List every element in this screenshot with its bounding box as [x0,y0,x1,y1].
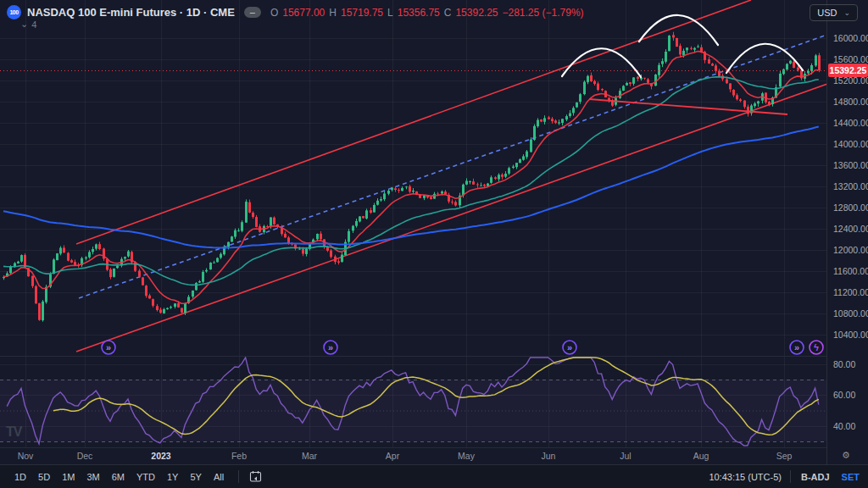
change-value: −281.25 (−1.79%) [503,7,584,19]
price-axis-label: 14400.00 [833,118,868,128]
price-axis-label: 14800.00 [833,97,868,107]
price-axis-label: 10400.00 [833,330,868,340]
price-chart-canvas[interactable]: »»»»ϟ [0,0,826,464]
lower-channel-trendline [76,69,826,352]
rsi-pane [0,358,826,446]
range-button-3m[interactable]: 3M [81,470,105,484]
price-axis-label: 14000.00 [833,139,868,149]
svg-text:»: » [794,342,799,352]
contract-rollover-icon[interactable]: » [790,341,804,354]
price-axis-label: 12400.00 [833,224,868,234]
svg-text:»: » [328,342,333,352]
go-to-date-button[interactable] [249,470,262,483]
close-label: C [444,7,452,19]
time-axis-label: Sep [776,451,793,461]
currency-dropdown[interactable]: USD ⌄ [810,4,858,21]
time-axis-label: Dec [77,451,93,461]
rsi-axis-label: 40.00 [833,421,855,431]
time-axis-label: Aug [693,451,709,461]
range-button-6m[interactable]: 6M [106,470,131,484]
range-button-1y[interactable]: 1Y [161,470,184,484]
price-axis-label: 11600.00 [833,266,868,276]
price-axis-label: 15600.00 [833,54,868,64]
contract-rollover-icon[interactable]: » [324,341,337,354]
close-value: 15392.25 [455,7,498,19]
time-axis[interactable]: NovDec2023FebMarAprMayJunJulAugSep [0,447,826,464]
channel-midline-dashed [79,20,826,298]
range-button-1d[interactable]: 1D [8,470,32,484]
price-axis-label: 13600.00 [833,160,868,170]
price-axis-label: 13200.00 [833,181,868,191]
time-axis-label: Feb [231,451,247,461]
svg-text:»: » [567,342,572,352]
fast-red-ma [3,52,819,304]
high-value: 15719.75 [341,7,383,19]
open-value: 15677.00 [282,7,325,19]
tradingview-logo: TV [6,424,21,440]
price-axis-label: 12800.00 [833,202,868,213]
lightning-event-icon[interactable]: ϟ [810,341,823,354]
range-button-ytd[interactable]: YTD [131,470,161,484]
svg-text:»: » [106,342,111,352]
main-pane [0,0,826,352]
head-and-shoulders-arc [562,48,641,77]
indicators-collapse-button[interactable]: ⌄ 4 [20,19,36,30]
time-axis-label: Nov [18,451,34,461]
hidden-indicator-count: 4 [31,19,36,30]
toolbar-divider [790,470,791,483]
back-adjust-button[interactable]: B-ADJ [801,472,830,482]
rsi-axis-label: 80.00 [833,359,855,369]
head-and-shoulders-arc [639,15,718,45]
calendar-icon [249,470,262,483]
nasdaq-100-logo-icon: 100 [7,5,21,19]
head-and-shoulders-arc [726,44,803,73]
range-button-5d[interactable]: 5D [32,470,56,484]
settlement-button[interactable]: SET [842,472,860,482]
price-axis-label: 10800.00 [833,308,868,319]
bottom-toolbar: 1D5D1M3M6MYTD1Y5YAll 10:43:15 (UTC-5) B-… [0,464,868,488]
price-axis[interactable]: 15392.25 ⚙ 16000.0015600.0015200.0014800… [826,0,868,464]
contract-rollover-icon[interactable]: » [563,341,576,354]
range-button-all[interactable]: All [208,470,230,484]
toolbar-divider [238,470,239,483]
price-axis-label: 11200.00 [833,287,868,297]
high-label: H [329,7,337,19]
range-buttons: 1D5D1M3M6MYTD1Y5YAll [8,470,262,484]
symbol-title[interactable]: NASDAQ 100 E-mini Futures · 1D · CME [27,6,235,19]
time-axis-label: Mar [302,451,317,461]
chevron-down-icon: ⌄ [843,8,850,17]
timezone-clock-button[interactable]: 10:43:15 (UTC-5) [709,472,782,482]
time-axis-label: Jun [542,451,556,461]
time-axis-label: Apr [386,451,399,461]
open-label: O [270,7,278,19]
range-button-5y[interactable]: 5Y [184,470,207,484]
time-axis-label: Jul [620,451,631,461]
time-axis-label: May [458,451,475,461]
currency-label: USD [817,8,837,18]
candlesticks [3,32,821,322]
ohlc-readout: O15677.00 H15719.75 L15356.75 C15392.25 … [270,7,584,19]
toolbar-right: 10:43:15 (UTC-5) B-ADJ SET [709,470,860,483]
rsi-axis-label: 60.00 [833,390,855,400]
price-axis-label: 15200.00 [833,75,868,86]
upper-channel-trendline [76,0,751,244]
price-axis-label: 12000.00 [833,245,868,255]
range-button-1m[interactable]: 1M [56,470,81,484]
low-value: 15356.75 [398,7,440,19]
axis-settings-gear-icon[interactable]: ⚙ [842,450,850,461]
contract-rollover-icon[interactable]: » [102,341,115,354]
symbol-header: 100 NASDAQ 100 E-mini Futures · 1D · CME… [7,5,584,19]
chevron-down-icon: ⌄ [20,19,28,30]
hide-indicator-icon[interactable]: – [244,7,261,18]
tradingview-chart-window: »»»»ϟ 100 NASDAQ 100 E-mini Futures · 1D… [0,0,868,488]
time-axis-label: 2023 [151,451,170,461]
low-label: L [387,7,393,19]
svg-text:ϟ: ϟ [814,342,819,352]
price-axis-label: 16000.00 [833,33,868,43]
